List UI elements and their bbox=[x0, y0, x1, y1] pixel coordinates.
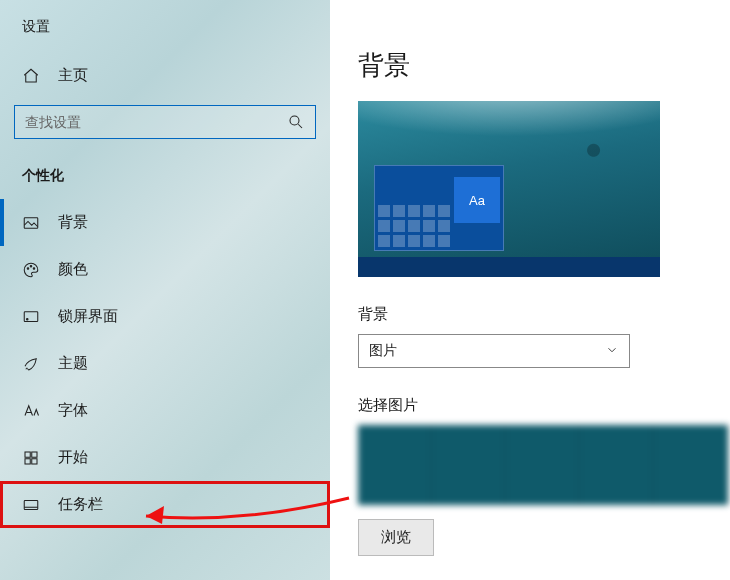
svg-point-3 bbox=[30, 265, 32, 267]
svg-point-0 bbox=[290, 116, 299, 125]
preview-start-panel bbox=[374, 165, 504, 251]
preview-taskbar bbox=[358, 257, 660, 277]
picture-icon bbox=[22, 214, 40, 232]
sidebar-item-taskbar[interactable]: 任务栏 bbox=[0, 481, 330, 528]
sidebar-item-label: 开始 bbox=[58, 448, 88, 467]
page-title: 背景 bbox=[358, 48, 730, 83]
search-icon bbox=[287, 113, 305, 131]
search-wrap bbox=[0, 95, 330, 147]
sidebar-item-fonts[interactable]: 字体 bbox=[0, 387, 330, 434]
sidebar-item-lockscreen[interactable]: 锁屏界面 bbox=[0, 293, 330, 340]
sidebar-item-label: 背景 bbox=[58, 213, 88, 232]
main-pane: 背景 Aa 背景 图片 选择图片 浏览 bbox=[330, 0, 730, 580]
sidebar-item-themes[interactable]: 主题 bbox=[0, 340, 330, 387]
preview-tiles bbox=[378, 205, 450, 247]
sidebar-item-label: 字体 bbox=[58, 401, 88, 420]
start-icon bbox=[22, 449, 40, 467]
sidebar-item-label: 锁屏界面 bbox=[58, 307, 118, 326]
home-label: 主页 bbox=[58, 66, 88, 85]
background-type-select[interactable]: 图片 bbox=[358, 334, 630, 368]
sidebar-item-label: 主题 bbox=[58, 354, 88, 373]
select-value: 图片 bbox=[369, 342, 397, 360]
background-field-label: 背景 bbox=[358, 305, 730, 324]
lockscreen-icon bbox=[22, 308, 40, 326]
search-box[interactable] bbox=[14, 105, 316, 139]
svg-rect-8 bbox=[32, 452, 37, 457]
svg-rect-9 bbox=[25, 458, 30, 463]
preview-accent-tile: Aa bbox=[454, 177, 500, 223]
background-preview: Aa bbox=[358, 101, 660, 277]
sidebar: 设置 主页 个性化 背景 颜色 锁屏界面 bbox=[0, 0, 330, 580]
font-icon bbox=[22, 402, 40, 420]
search-input[interactable] bbox=[25, 114, 287, 130]
picture-thumbnails[interactable] bbox=[358, 425, 728, 505]
window-title: 设置 bbox=[0, 18, 330, 56]
svg-point-4 bbox=[33, 267, 35, 269]
svg-point-6 bbox=[27, 318, 29, 320]
section-title: 个性化 bbox=[0, 147, 330, 199]
home-icon bbox=[22, 67, 40, 85]
taskbar-icon bbox=[22, 496, 40, 514]
sidebar-item-label: 任务栏 bbox=[58, 495, 103, 514]
sidebar-item-colors[interactable]: 颜色 bbox=[0, 246, 330, 293]
choose-picture-label: 选择图片 bbox=[358, 396, 730, 415]
browse-button[interactable]: 浏览 bbox=[358, 519, 434, 556]
chevron-down-icon bbox=[605, 343, 619, 360]
svg-point-2 bbox=[27, 267, 29, 269]
palette-icon bbox=[22, 261, 40, 279]
theme-icon bbox=[22, 355, 40, 373]
sidebar-item-start[interactable]: 开始 bbox=[0, 434, 330, 481]
sidebar-item-background[interactable]: 背景 bbox=[0, 199, 330, 246]
svg-rect-7 bbox=[25, 452, 30, 457]
svg-rect-10 bbox=[32, 458, 37, 463]
svg-rect-11 bbox=[24, 500, 38, 509]
sidebar-item-label: 颜色 bbox=[58, 260, 88, 279]
home-link[interactable]: 主页 bbox=[0, 56, 330, 95]
